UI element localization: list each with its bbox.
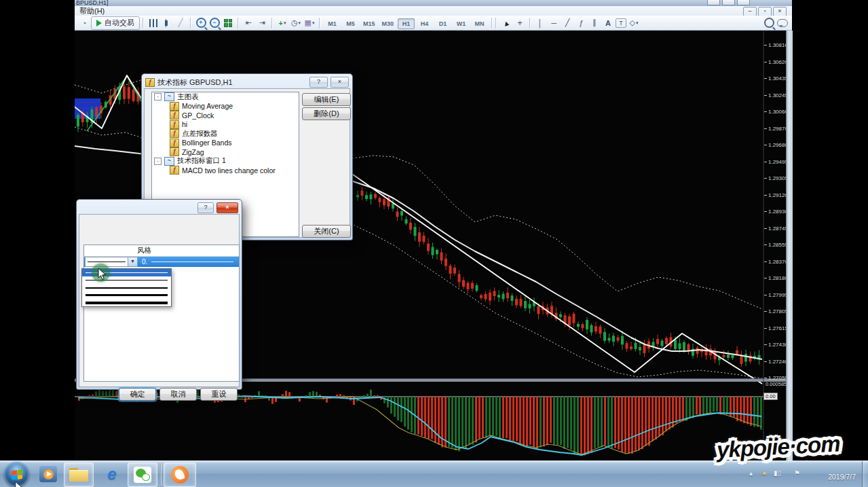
style-dialog-body: 风格 ▼ 0. 确定 取消 重设 xyxy=(79,214,240,387)
zoom-out-icon[interactable]: − xyxy=(208,17,221,29)
show-desktop-button[interactable] xyxy=(862,461,868,487)
cursor-icon[interactable]: ▲ xyxy=(499,15,514,31)
timeframe-w1[interactable]: W1 xyxy=(453,18,470,29)
tree-group[interactable]: -~主图表 xyxy=(152,92,299,102)
horizontal-line-icon[interactable]: ─ xyxy=(548,17,560,29)
tree-group[interactable]: -~技术指标窗口 1 xyxy=(152,157,299,166)
trendline-icon[interactable]: ╱ xyxy=(561,17,573,29)
chart-close-button[interactable]: × xyxy=(773,7,787,16)
tree-item[interactable]: ƒMoving Average xyxy=(152,102,299,111)
chat-icon[interactable] xyxy=(776,17,789,29)
timeframe-m1[interactable]: M1 xyxy=(324,18,341,29)
indicator-icon: ƒ xyxy=(170,129,179,138)
taskbar-trading-app[interactable] xyxy=(164,463,196,487)
timeframe-m5[interactable]: M5 xyxy=(342,18,359,29)
indicator-icon: ƒ xyxy=(170,111,179,120)
price-axis: 0.000585 0.00 1.308101.306201.304351.302… xyxy=(763,31,786,461)
indicators-icon[interactable]: +▾ xyxy=(276,17,288,29)
taskbar-file-explorer[interactable] xyxy=(64,463,94,487)
taskbar-internet-explorer[interactable]: e xyxy=(99,463,125,486)
tree-item[interactable]: ƒ点差报数器 xyxy=(152,129,299,139)
style-dialog-titlebar[interactable]: ? × xyxy=(79,202,240,214)
candlestick-chart-icon[interactable] xyxy=(161,17,173,29)
crosshair-icon[interactable]: + xyxy=(514,17,526,29)
shapes-icon[interactable]: ◇▾ xyxy=(628,17,640,29)
auto-trading-button[interactable]: 自动交易 xyxy=(91,16,140,30)
timeframe-h1[interactable]: H1 xyxy=(398,18,415,29)
zoom-in-icon[interactable]: + xyxy=(195,17,207,29)
close-button[interactable]: × xyxy=(216,202,238,213)
style-row-line-sample xyxy=(151,261,233,262)
style-dialog: ? × 风格 ▼ 0. 确定 取消 重设 xyxy=(76,199,242,390)
templates-icon[interactable]: ▦▾ xyxy=(303,17,316,29)
style-list: 风格 ▼ 0. xyxy=(83,245,240,382)
wechat-icon xyxy=(134,467,151,483)
main-window-controls[interactable] xyxy=(707,0,750,5)
tray-status-icon[interactable]: ● xyxy=(762,469,766,477)
indicators-dialog-titlebar[interactable]: ƒ 技术指标 GBPUSD,H1 ? × xyxy=(144,76,350,88)
tray-flag-icon[interactable]: ⚑ xyxy=(794,469,800,477)
text-icon[interactable]: A xyxy=(602,17,614,29)
tree-item[interactable]: ƒhi xyxy=(152,120,299,130)
menu-help[interactable]: 帮助(H) xyxy=(75,6,109,16)
chart-minimize-button[interactable]: – xyxy=(743,7,757,16)
line-chart-icon[interactable]: ╱ xyxy=(174,17,187,29)
text-label-icon[interactable]: T xyxy=(616,18,626,28)
vertical-line-icon[interactable]: │ xyxy=(534,17,546,29)
windows-logo-icon xyxy=(12,469,22,480)
tray-expand-icon[interactable]: ▴ xyxy=(749,469,753,477)
line-width-option[interactable] xyxy=(82,299,171,306)
search-icon[interactable] xyxy=(763,17,775,29)
ok-button[interactable]: 确定 xyxy=(119,388,156,401)
price-label: 1.30810 xyxy=(768,42,788,48)
fibonacci-icon[interactable]: ƒ xyxy=(575,17,587,29)
auto-scroll-icon[interactable]: ⇤ xyxy=(242,17,254,29)
periods-icon[interactable]: ◷▾ xyxy=(290,17,302,29)
macd-current-value-badge: 0.00 xyxy=(763,393,778,400)
line-width-option[interactable] xyxy=(82,284,171,291)
tile-windows-icon[interactable] xyxy=(222,17,234,29)
timeframe-d1[interactable]: D1 xyxy=(434,18,451,29)
tree-item[interactable]: ƒZigZag xyxy=(152,147,299,157)
price-label: 1.29870 xyxy=(768,126,788,132)
taskbar-date[interactable]: 2019/7/7 xyxy=(828,473,856,481)
tree-item[interactable]: ƒBollinger Bands xyxy=(152,139,299,148)
chart-restore-button[interactable]: ▫ xyxy=(758,7,772,16)
channel-icon[interactable]: ∥ xyxy=(588,17,601,29)
cancel-button[interactable]: 取消 xyxy=(159,388,197,401)
reset-button[interactable]: 重设 xyxy=(200,388,238,401)
taskbar-wechat[interactable] xyxy=(128,463,157,487)
timeframe-m15[interactable]: M15 xyxy=(360,18,378,29)
chart-shift-icon[interactable]: ⇥ xyxy=(256,17,268,29)
price-label: 1.28180 xyxy=(768,275,788,281)
timeframe-mn[interactable]: MN xyxy=(471,18,488,29)
collapse-icon[interactable]: - xyxy=(154,93,162,101)
tree-item[interactable]: ƒMACD two lines change color xyxy=(152,166,299,175)
timeframe-m30[interactable]: M30 xyxy=(379,18,397,29)
indicator-dialog-icon: ƒ xyxy=(145,78,155,87)
indicator-icon: ƒ xyxy=(170,102,179,111)
chevron-down-icon[interactable]: ▼ xyxy=(128,257,137,266)
collapse-icon[interactable]: - xyxy=(154,158,162,165)
close-dialog-button[interactable]: 关闭(C) xyxy=(302,225,351,238)
tree-item[interactable]: ƒGP_Clock xyxy=(152,111,299,120)
timeframe-h4[interactable]: H4 xyxy=(416,18,433,29)
taskbar-media-player[interactable] xyxy=(35,463,61,486)
tray-network-icon[interactable]: ▮▯ xyxy=(774,469,781,477)
help-button[interactable]: ? xyxy=(197,202,214,213)
bar-chart-icon[interactable] xyxy=(147,17,159,29)
line-width-option[interactable] xyxy=(82,291,171,299)
line-width-combobox[interactable]: ▼ xyxy=(85,257,138,267)
price-label: 1.30060 xyxy=(768,109,788,115)
menu-bar: 帮助(H) – ▫ × xyxy=(75,6,792,16)
edit-button[interactable]: 编辑(E) xyxy=(302,93,351,106)
delete-button[interactable]: 删除(D) xyxy=(302,107,351,120)
mt4-window: BPUSD,H1] 帮助(H) – ▫ × ◔ 自动交易 ╱ + − ⇤ ⇥ xyxy=(75,0,792,461)
window-titlebar[interactable]: BPUSD,H1] xyxy=(75,0,792,6)
timeframe-buttons: M1M5M15M30H1H4D1W1MN xyxy=(323,16,489,29)
style-selected-row[interactable]: ▼ 0. xyxy=(84,257,239,267)
help-button[interactable]: ? xyxy=(309,77,328,88)
connection-icon[interactable]: ◔ xyxy=(78,17,90,29)
close-icon xyxy=(737,0,750,5)
close-button[interactable]: × xyxy=(331,77,349,88)
